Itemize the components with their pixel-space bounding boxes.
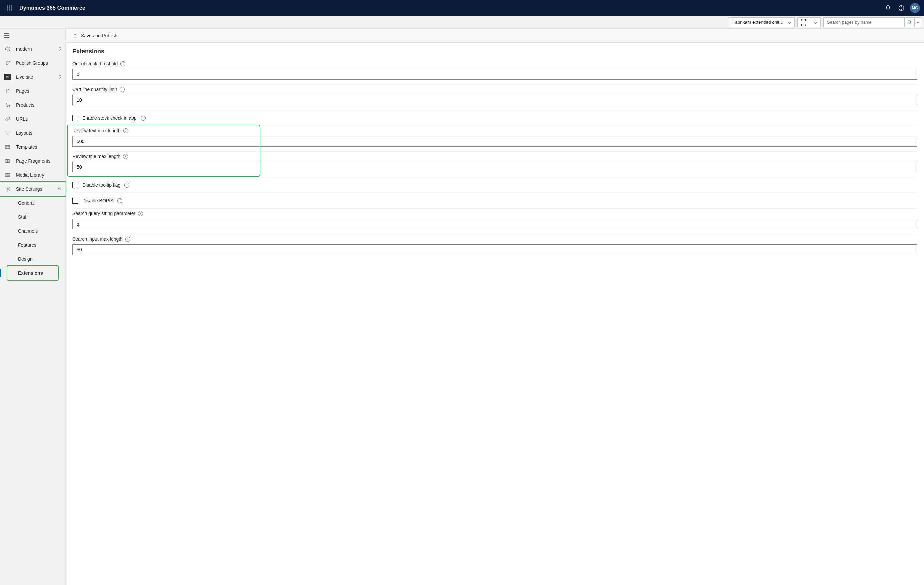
search-input-max-input[interactable]	[73, 244, 917, 255]
sidebar: modern Publish Groups Live site Pages Pr…	[0, 29, 66, 585]
sidebar-sub-staff[interactable]: Staff	[0, 210, 65, 224]
field-label: Review text max length	[73, 128, 121, 133]
sidebar-item-live-site[interactable]: Live site	[0, 70, 65, 84]
save-and-publish-button[interactable]: Save and Publish	[73, 33, 117, 38]
field-review-title-max: Review title max length i	[73, 152, 917, 177]
svg-point-15	[9, 106, 9, 107]
svg-point-13	[7, 77, 8, 77]
svg-point-11	[908, 20, 910, 23]
svg-point-7	[9, 10, 10, 11]
info-icon[interactable]: i	[117, 198, 122, 203]
sidebar-item-media-library[interactable]: Media Library	[0, 168, 65, 182]
disable-tooltip-checkbox[interactable]	[73, 182, 78, 188]
svg-point-23	[7, 188, 9, 190]
layout-icon	[4, 130, 12, 136]
field-label: Cart line quantity limit	[73, 87, 117, 92]
search-split-button[interactable]	[915, 17, 921, 27]
enable-stock-check-checkbox[interactable]	[73, 115, 78, 121]
field-disable-tooltip: Disable tooltip flag i	[73, 177, 917, 193]
info-icon[interactable]: i	[120, 87, 125, 92]
sidebar-item-site[interactable]: modern	[0, 42, 65, 56]
sidebar-label: Site Settings	[16, 186, 53, 192]
review-title-max-input[interactable]	[73, 161, 917, 172]
form-scroll[interactable]: Extensions Out of stock threshold i Cart…	[66, 43, 924, 585]
sidebar-sub-design[interactable]: Design	[0, 252, 65, 266]
cart-icon	[4, 102, 12, 108]
user-avatar[interactable]: MG	[910, 3, 920, 13]
sort-icon	[58, 47, 61, 52]
field-cart-line-qty-limit: Cart line quantity limit i	[73, 85, 917, 110]
chevron-down-icon	[788, 21, 791, 24]
sidebar-label: Publish Groups	[16, 60, 61, 66]
search-wrap	[823, 17, 921, 27]
info-icon[interactable]: i	[125, 237, 130, 242]
info-icon[interactable]: i	[123, 154, 128, 159]
out-of-stock-threshold-input[interactable]	[73, 69, 917, 80]
info-icon[interactable]: i	[120, 61, 125, 66]
svg-point-22	[7, 174, 7, 175]
review-text-max-input[interactable]	[73, 136, 917, 147]
field-label: Disable BOPIS	[82, 198, 113, 203]
highlight-review-group: Review text max length i Review title ma…	[73, 126, 917, 177]
sidebar-item-layouts[interactable]: Layouts	[0, 126, 65, 140]
app-launcher-icon[interactable]	[4, 3, 15, 13]
svg-point-5	[11, 8, 12, 9]
sidebar-sub-label: Extensions	[18, 270, 43, 276]
sidebar-label: URLs	[16, 116, 61, 122]
sidebar-item-site-settings[interactable]: Site Settings	[0, 182, 65, 196]
field-out-of-stock-threshold: Out of stock threshold i	[73, 59, 917, 85]
sidebar-sub-features[interactable]: Features	[0, 238, 65, 252]
chevron-down-icon	[813, 21, 817, 24]
store-selector-label: Fabrikam extended online store	[732, 20, 784, 25]
sidebar-item-products[interactable]: Products	[0, 98, 65, 112]
info-icon[interactable]: i	[124, 129, 129, 133]
sidebar-toggle[interactable]	[0, 29, 65, 42]
info-icon[interactable]: i	[141, 116, 146, 121]
svg-point-3	[7, 8, 8, 9]
sidebar-item-urls[interactable]: URLs	[0, 112, 65, 126]
template-icon	[4, 144, 12, 150]
sidebar-label: Live site	[16, 74, 53, 80]
sidebar-sub-label: Design	[18, 256, 33, 262]
context-bar: Fabrikam extended online store en-us	[0, 16, 924, 29]
global-header: Dynamics 365 Commerce MG	[0, 0, 924, 16]
svg-rect-20	[8, 161, 10, 163]
field-label: Search input max length	[73, 236, 123, 242]
search-button[interactable]	[905, 17, 915, 27]
svg-rect-16	[6, 131, 9, 135]
link-icon	[4, 116, 12, 122]
help-icon[interactable]	[895, 1, 908, 15]
info-icon[interactable]: i	[124, 183, 129, 188]
sidebar-item-templates[interactable]: Templates	[0, 140, 65, 154]
store-selector[interactable]: Fabrikam extended online store	[729, 17, 795, 27]
sidebar-label: Products	[16, 102, 61, 108]
svg-point-4	[9, 8, 10, 9]
search-input[interactable]	[823, 17, 905, 27]
sidebar-sub-label: General	[18, 200, 35, 206]
disable-bopis-checkbox[interactable]	[73, 198, 78, 204]
fragment-icon	[4, 158, 12, 164]
sort-icon	[58, 75, 61, 80]
sidebar-sub-label: Channels	[18, 228, 38, 234]
field-label: Disable tooltip flag	[82, 182, 120, 188]
svg-point-0	[7, 6, 8, 7]
sidebar-label: Page Fragments	[16, 158, 61, 164]
sidebar-label: Templates	[16, 144, 61, 150]
info-icon[interactable]: i	[138, 211, 143, 216]
cart-line-qty-limit-input[interactable]	[73, 95, 917, 105]
sidebar-sub-extensions[interactable]: Extensions	[0, 266, 65, 280]
search-query-param-input[interactable]	[73, 219, 917, 229]
sidebar-sub-channels[interactable]: Channels	[0, 224, 65, 238]
field-search-query-param: Search query string parameter i	[73, 209, 917, 234]
broadcast-icon	[4, 74, 12, 80]
sidebar-item-pages[interactable]: Pages	[0, 84, 65, 98]
svg-rect-18	[6, 159, 7, 162]
notifications-icon[interactable]	[881, 1, 895, 15]
sidebar-item-page-fragments[interactable]: Page Fragments	[0, 154, 65, 168]
field-review-text-max: Review text max length i	[73, 126, 917, 152]
field-label: Out of stock threshold	[73, 61, 118, 66]
field-label: Enable stock check in app	[82, 115, 137, 121]
sidebar-item-publish-groups[interactable]: Publish Groups	[0, 56, 65, 70]
sidebar-sub-general[interactable]: General	[0, 196, 65, 210]
locale-selector[interactable]: en-us	[797, 17, 821, 27]
